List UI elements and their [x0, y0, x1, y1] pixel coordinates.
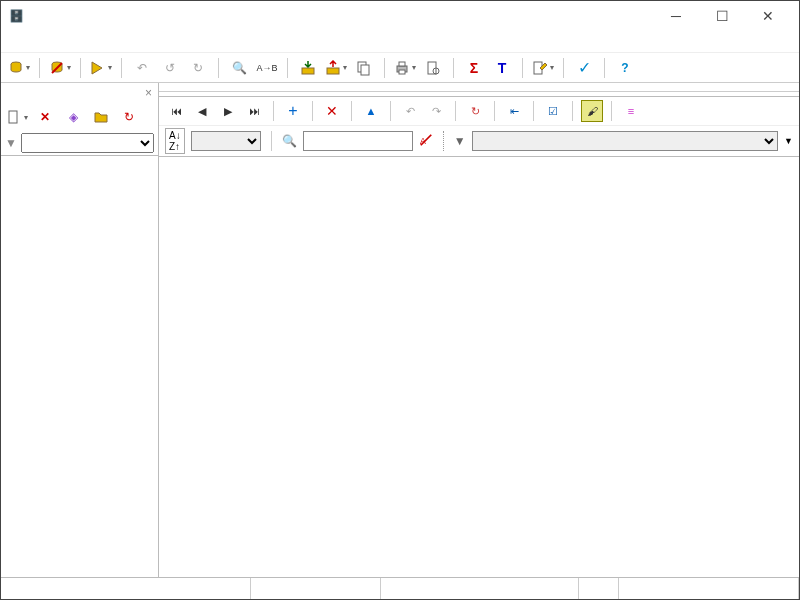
db-disconnect-button[interactable]	[48, 56, 72, 80]
replace-button[interactable]: A→B	[255, 56, 279, 80]
folder-button[interactable]	[89, 105, 113, 129]
text-button[interactable]: T	[490, 56, 514, 80]
undo-edit-button[interactable]: ↶	[399, 100, 421, 122]
svg-rect-8	[399, 62, 405, 66]
sort-field-select[interactable]	[191, 131, 261, 151]
undo-button[interactable]: ↺	[158, 56, 182, 80]
filter-dropdown-icon[interactable]: ▼	[784, 136, 793, 146]
status-object	[619, 578, 799, 599]
svg-rect-4	[327, 68, 339, 74]
copy-button[interactable]	[352, 56, 376, 80]
sum-button[interactable]: Σ	[462, 56, 486, 80]
next-record-button[interactable]: ▶	[217, 100, 239, 122]
svg-rect-6	[361, 65, 369, 75]
db-connect-button[interactable]	[7, 56, 31, 80]
filter-icon[interactable]: ▼	[5, 136, 17, 150]
format-button[interactable]: ≡	[620, 100, 642, 122]
print-button[interactable]	[393, 56, 417, 80]
refresh-data-button[interactable]: ↻	[464, 100, 486, 122]
preview-button[interactable]	[421, 56, 445, 80]
edit-record-button[interactable]	[531, 56, 555, 80]
titlebar: 🗄️ ─ ☐ ✕	[1, 1, 799, 31]
status-hint	[1, 578, 251, 599]
filter-funnel-icon[interactable]: ▼	[454, 134, 466, 148]
status-bar	[1, 577, 799, 599]
clear-find-icon[interactable]: A	[419, 133, 433, 150]
checklist-button[interactable]: ☑	[542, 100, 564, 122]
redo-edit-button[interactable]: ↷	[425, 100, 447, 122]
close-button[interactable]: ✕	[745, 1, 791, 31]
refresh-button[interactable]: ↻	[117, 105, 141, 129]
data-toolbar: ⏮ ◀ ▶ ⏭ + ✕ ▲ ↶ ↷ ↻ ⇤ ☑ 🖌	[159, 96, 799, 126]
delete-object-button[interactable]: ✕	[33, 105, 57, 129]
data-grid[interactable]	[159, 156, 799, 577]
svg-rect-9	[399, 70, 405, 74]
sql-tabs-bar	[159, 83, 799, 91]
filter-input[interactable]	[472, 131, 779, 151]
find-icon[interactable]: 🔍	[282, 134, 297, 148]
sort-icon[interactable]: A↓Z↑	[165, 128, 185, 154]
help-button[interactable]: ?	[613, 56, 637, 80]
edit-button[interactable]: ▲	[360, 100, 382, 122]
object-list[interactable]	[1, 156, 158, 577]
nav-back-button[interactable]: ↶	[130, 56, 154, 80]
minimize-button[interactable]: ─	[653, 1, 699, 31]
find-button[interactable]: 🔍	[227, 56, 251, 80]
export-button[interactable]	[324, 56, 348, 80]
highlight-button[interactable]: 🖌	[581, 100, 603, 122]
import-button[interactable]	[296, 56, 320, 80]
insert-record-button[interactable]: +	[282, 100, 304, 122]
delete-record-button[interactable]: ✕	[321, 100, 343, 122]
new-object-button[interactable]	[5, 105, 29, 129]
main-toolbar: ↶ ↺ ↻ 🔍 A→B Σ T ✓ ?	[1, 53, 799, 83]
execute-button[interactable]	[89, 56, 113, 80]
status-mode	[579, 578, 619, 599]
svg-rect-3	[302, 68, 314, 74]
prev-record-button[interactable]: ◀	[191, 100, 213, 122]
filter-select[interactable]	[21, 133, 154, 153]
last-record-button[interactable]: ⏭	[243, 100, 265, 122]
app-icon: 🗄️	[9, 9, 24, 23]
commit-button[interactable]: ✓	[572, 56, 596, 80]
search-bar: A↓Z↑ 🔍 A ▼ ▼	[159, 126, 799, 156]
find-input[interactable]	[303, 131, 413, 151]
cube-button[interactable]: ◈	[61, 105, 85, 129]
svg-rect-13	[9, 111, 17, 123]
status-refresh[interactable]	[251, 578, 381, 599]
maximize-button[interactable]: ☐	[699, 1, 745, 31]
menubar	[1, 31, 799, 53]
object-browser-close-icon[interactable]: ×	[145, 86, 152, 100]
first-record-button[interactable]: ⏮	[165, 100, 187, 122]
redo-button[interactable]: ↻	[186, 56, 210, 80]
goto-button[interactable]: ⇤	[503, 100, 525, 122]
object-browser: × ✕ ◈ ↻ ▼	[1, 83, 159, 577]
